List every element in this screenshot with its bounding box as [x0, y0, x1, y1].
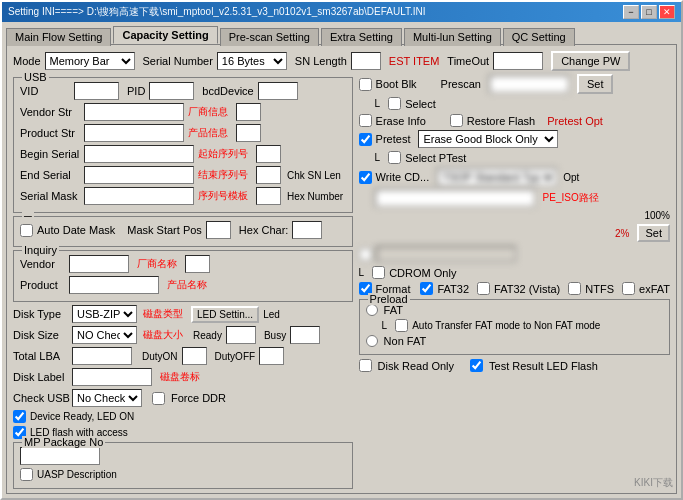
l2-label: L — [375, 152, 381, 163]
usb-group-title: USB — [22, 71, 49, 83]
tab-main-flow[interactable]: Main Flow Setting — [6, 28, 111, 46]
pretest-select[interactable]: Erase Good Block Only — [418, 130, 558, 148]
disk-read-only-checkbox[interactable] — [359, 359, 372, 372]
product-input[interactable]: USB DISK — [69, 276, 159, 294]
hex-char-input[interactable] — [292, 221, 322, 239]
begin-serial-input[interactable]: AA00000000011176 — [84, 145, 194, 163]
title-bar: Setting INI====> D:\搜狗高速下载\smi_mptool_v2… — [2, 2, 681, 22]
fat32-checkbox[interactable] — [420, 282, 433, 295]
change-pw-button[interactable]: Change PW — [551, 51, 630, 71]
disk-size-select[interactable]: NO Check — [72, 326, 137, 344]
vendor-str-maxlen[interactable]: 30 — [236, 103, 261, 121]
product-str-maxlen[interactable]: 30 — [236, 124, 261, 142]
tab-multirun[interactable]: Multi-lun Setting — [404, 28, 501, 46]
cdrom-only-checkbox[interactable] — [372, 266, 385, 279]
disk-label-input[interactable]: USB DISK — [72, 368, 152, 386]
tab-prescan[interactable]: Pre-scan Setting — [220, 28, 319, 46]
minimize-button[interactable]: − — [623, 5, 639, 19]
disk-size-annotation: 磁盘大小 — [143, 328, 183, 342]
led-setting-button[interactable]: LED Settin... — [191, 306, 259, 323]
fat-label: FAT — [384, 304, 403, 316]
write-cdrom-select[interactable]: TSOP Standard Type — [437, 168, 557, 186]
serial-mask-input[interactable]: AA############## — [84, 187, 194, 205]
serial-mask-label: Serial Mask — [20, 190, 80, 202]
bcd-input[interactable]: 1100 — [258, 82, 298, 100]
tab-extra[interactable]: Extra Setting — [321, 28, 402, 46]
percent2-label: 2% — [615, 228, 629, 239]
uasp-checkbox[interactable] — [20, 468, 33, 481]
maximize-button[interactable]: □ — [641, 5, 657, 19]
set-button[interactable]: Set — [577, 74, 614, 94]
tab-capacity[interactable]: Capacity Setting — [113, 26, 217, 44]
timeout-input[interactable]: 20000 — [493, 52, 543, 70]
begin-serial-maxlen[interactable]: 16 — [256, 145, 281, 163]
force-ddr-checkbox[interactable] — [152, 392, 165, 405]
auto-transfer-checkbox[interactable] — [395, 319, 408, 332]
restore-flash-checkbox[interactable] — [450, 114, 463, 127]
end-serial-label: End Serial — [20, 169, 80, 181]
tab-qc[interactable]: QC Setting — [503, 28, 575, 46]
vid-input[interactable]: 090C — [74, 82, 119, 100]
product-str-annotation: 产品信息 — [188, 126, 228, 140]
mask-start-pos-label: Mask Start Pos — [127, 224, 202, 236]
boot-blk-checkbox[interactable] — [359, 78, 372, 91]
mask-start-pos-input[interactable]: 3 — [206, 221, 231, 239]
disk-type-row: Disk Type USB-ZIP 磁盘类型 LED Settin... Led — [13, 305, 353, 323]
close-button[interactable]: ✕ — [659, 5, 675, 19]
mp-package-row: N0102v1 — [20, 447, 346, 465]
end-serial-maxlen[interactable]: 16 — [256, 166, 281, 184]
left-column: USB VID 090C PID 1000 bcdDevice 1100 Ven… — [13, 74, 353, 492]
vendor-input[interactable]: SMI — [69, 255, 129, 273]
auto-transfer-label: Auto Transfer FAT mode to Non FAT mode — [412, 320, 600, 331]
test-result-led-checkbox[interactable] — [470, 359, 483, 372]
device-ready-checkbox[interactable] — [13, 410, 26, 423]
write-cdrom-checkbox[interactable] — [359, 171, 372, 184]
disk-label-annotation: 磁盘卷标 — [160, 370, 200, 384]
check-usb-label: Check USB — [13, 392, 68, 404]
exfat-checkbox[interactable] — [622, 282, 635, 295]
mode-select[interactable]: Memory Bar — [45, 52, 135, 70]
non-fat-row: Non FAT — [366, 335, 663, 347]
disk-size-row: Disk Size NO Check 磁盘大小 Ready Busy — [13, 326, 353, 344]
tab-bar: Main Flow Setting Capacity Setting Pre-s… — [2, 22, 681, 44]
product-label: Product — [20, 279, 65, 291]
erase-info-checkbox[interactable] — [359, 114, 372, 127]
pretest-checkbox[interactable] — [359, 133, 372, 146]
prescan-input[interactable] — [489, 75, 569, 93]
busy-input[interactable] — [290, 326, 320, 344]
select-ptest-checkbox[interactable] — [388, 151, 401, 164]
fat-radio[interactable] — [366, 304, 378, 316]
end-serial-input[interactable]: AA04012799999999 — [84, 166, 194, 184]
ntfs-checkbox[interactable] — [568, 282, 581, 295]
duty-on-input[interactable]: 0 — [182, 347, 207, 365]
end-serial-annotation: 结束序列号 — [198, 168, 248, 182]
serial-number-select[interactable]: 16 Bytes — [217, 52, 287, 70]
select-checkbox[interactable] — [388, 97, 401, 110]
pid-input[interactable]: 1000 — [149, 82, 194, 100]
begin-serial-annotation: 起始序列号 — [198, 147, 248, 161]
vendor-str-input[interactable]: SMI Corporation — [84, 103, 184, 121]
ready-input[interactable] — [226, 326, 256, 344]
write-cdrom-row: Write CD... TSOP Standard Type Opt — [359, 168, 670, 186]
check-usb-select[interactable]: No Check — [72, 389, 142, 407]
vendor-annotation: 厂商名称 — [137, 257, 177, 271]
serial-mask-row: Serial Mask AA############## 序列号模板 16 He… — [20, 187, 346, 205]
fat32-vista-checkbox[interactable] — [477, 282, 490, 295]
fat32-label: FAT32 — [437, 283, 469, 295]
total-lba-label: Total LBA — [13, 350, 68, 362]
disk-type-select[interactable]: USB-ZIP — [72, 305, 137, 323]
auto-date-mask-checkbox[interactable] — [20, 224, 33, 237]
sn-length-input[interactable]: 16 — [351, 52, 381, 70]
total-lba-input[interactable]: 0 — [72, 347, 132, 365]
vendor-maxlen[interactable]: 8 — [185, 255, 210, 273]
pe-iso-input[interactable] — [375, 189, 535, 207]
force-ddr-label: Force DDR — [171, 392, 226, 404]
serial-mask-maxlen[interactable]: 16 — [256, 187, 281, 205]
run-checkbox[interactable] — [359, 248, 372, 261]
non-fat-radio[interactable] — [366, 335, 378, 347]
duty-off-input[interactable]: 0 — [259, 347, 284, 365]
product-str-input[interactable]: USB DISK — [84, 124, 184, 142]
set2-button[interactable]: Set — [637, 224, 670, 242]
mp-package-input[interactable]: N0102v1 — [20, 447, 100, 465]
usb-group: USB VID 090C PID 1000 bcdDevice 1100 Ven… — [13, 77, 353, 213]
